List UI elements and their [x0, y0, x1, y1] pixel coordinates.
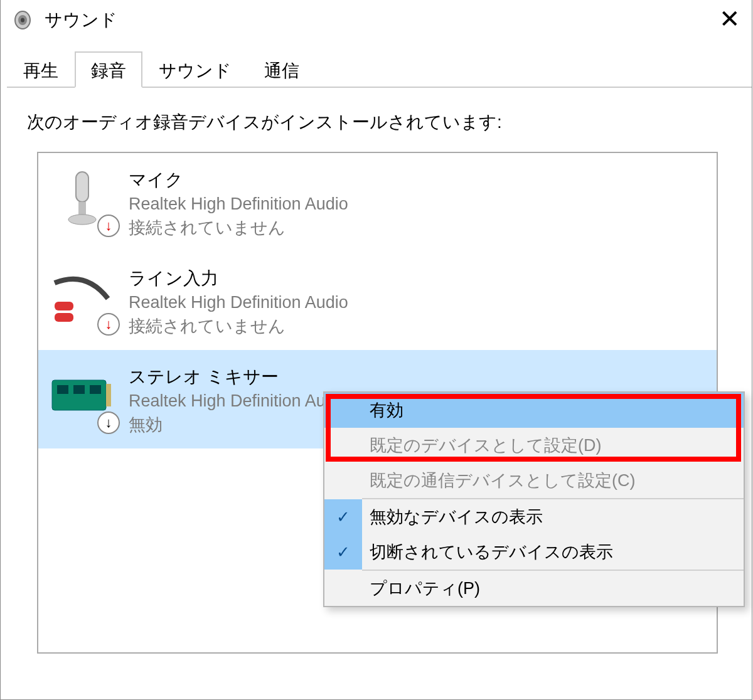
tab-sounds[interactable]: サウンド	[142, 51, 248, 88]
device-driver: Realtek High Definition Audio	[129, 293, 348, 312]
microphone-icon: ↓	[48, 166, 116, 233]
panel-heading: 次のオーディオ録音デバイスがインストールされています:	[27, 110, 745, 134]
menu-set-default-comm[interactable]: 既定の通信デバイスとして設定(C)	[324, 463, 744, 498]
device-linein[interactable]: ↓ ライン入力 Realtek High Definition Audio 接続…	[38, 252, 717, 350]
menu-item-label: 無効なデバイスの表示	[370, 506, 543, 528]
device-status: 接続されていません	[129, 216, 348, 239]
titlebar: サウンド ✕	[1, 0, 752, 40]
soundcard-icon: ↓	[48, 363, 116, 430]
menu-item-label: 有効	[370, 399, 403, 422]
device-labels: ステレオ ミキサー Realtek High Definition Audio …	[129, 363, 348, 436]
tab-playback[interactable]: 再生	[7, 51, 75, 88]
menu-item-label: 切断されているデバイスの表示	[370, 541, 613, 563]
device-name: ステレオ ミキサー	[129, 365, 348, 389]
speaker-icon	[12, 9, 35, 31]
menu-properties[interactable]: プロパティ(P)	[324, 571, 744, 606]
menu-enable[interactable]: 有効	[324, 393, 744, 428]
menu-item-label: プロパティ(P)	[370, 577, 480, 600]
svg-rect-8	[52, 380, 106, 410]
device-driver: Realtek High Definition Audio	[129, 391, 348, 411]
device-status: 無効	[129, 413, 348, 436]
svg-point-2	[21, 18, 24, 23]
device-driver: Realtek High Definition Audio	[129, 194, 348, 214]
window-title: サウンド	[45, 8, 117, 32]
svg-point-5	[68, 215, 96, 225]
device-name: マイク	[129, 168, 348, 192]
status-badge-icon: ↓	[97, 215, 120, 237]
device-labels: ライン入力 Realtek High Definition Audio 接続され…	[129, 264, 348, 337]
device-labels: マイク Realtek High Definition Audio 接続されてい…	[129, 166, 348, 239]
linein-icon: ↓	[48, 264, 116, 332]
status-badge-icon: ↓	[97, 313, 120, 336]
menu-item-label: 既定のデバイスとして設定(D)	[370, 434, 601, 457]
check-icon: ✓	[324, 534, 362, 570]
svg-rect-3	[76, 172, 88, 202]
svg-rect-11	[90, 385, 101, 394]
status-badge-icon: ↓	[97, 411, 120, 434]
tab-communications[interactable]: 通信	[248, 51, 316, 88]
menu-show-disabled[interactable]: ✓ 無効なデバイスの表示	[324, 499, 744, 534]
check-icon: ✓	[324, 499, 362, 534]
device-mic[interactable]: ↓ マイク Realtek High Definition Audio 接続され…	[38, 153, 717, 252]
device-status: 接続されていません	[129, 315, 348, 337]
svg-rect-10	[73, 385, 85, 394]
menu-set-default[interactable]: 既定のデバイスとして設定(D)	[324, 428, 744, 463]
svg-rect-7	[55, 313, 73, 322]
menu-item-label: 既定の通信デバイスとして設定(C)	[370, 469, 635, 492]
close-icon[interactable]: ✕	[719, 6, 740, 31]
context-menu: 有効 既定のデバイスとして設定(D) 既定の通信デバイスとして設定(C) ✓ 無…	[323, 391, 745, 607]
svg-rect-4	[78, 202, 86, 215]
svg-rect-12	[106, 384, 111, 406]
svg-rect-6	[55, 302, 73, 310]
sound-dialog: サウンド ✕ 再生 録音 サウンド 通信 次のオーディオ録音デバイスがインストー…	[0, 0, 752, 700]
svg-rect-9	[57, 385, 68, 394]
tab-strip: 再生 録音 サウンド 通信	[7, 51, 752, 88]
tab-recording[interactable]: 録音	[75, 51, 142, 88]
menu-show-disconnected[interactable]: ✓ 切断されているデバイスの表示	[324, 534, 744, 570]
device-name: ライン入力	[129, 267, 348, 290]
